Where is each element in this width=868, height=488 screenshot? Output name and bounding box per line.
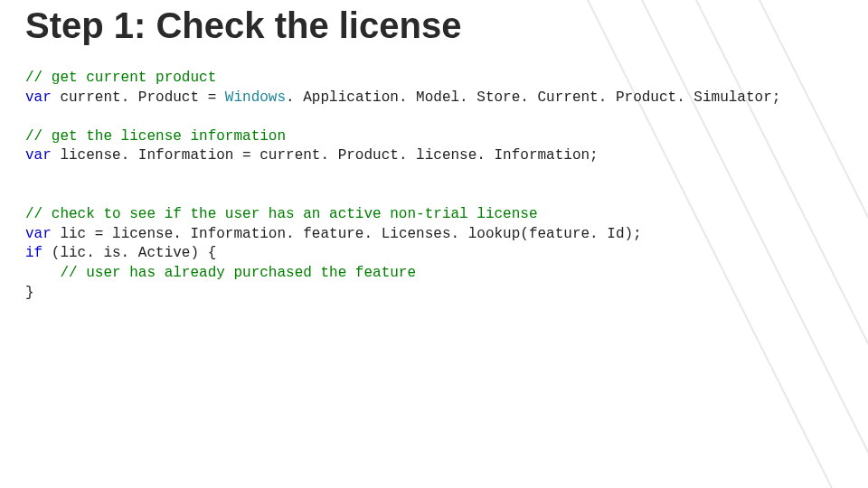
slide-title: Step 1: Check the license (25, 5, 843, 45)
code-type: Windows (225, 89, 286, 106)
code-comment: // user has already purchased the featur… (25, 265, 416, 281)
code-text: } (25, 285, 34, 301)
slide: Step 1: Check the license // get current… (0, 0, 868, 488)
code-keyword: var (25, 226, 52, 242)
code-comment: // get current product (25, 70, 216, 86)
code-comment: // get the license information (25, 128, 286, 145)
code-keyword: if (25, 245, 42, 261)
code-text: . Application. Model. Store. Current. Pr… (286, 89, 780, 106)
code-keyword: var (25, 147, 52, 164)
code-text: license. Information = current. Product.… (52, 147, 599, 164)
code-comment: // check to see if the user has an activ… (25, 206, 538, 222)
code-text: lic = license. Information. feature. Lic… (52, 226, 642, 242)
code-text: (lic. is. Active) { (42, 245, 216, 261)
code-text: current. Product = (52, 89, 225, 106)
code-keyword: var (25, 89, 52, 106)
code-block: // get current product var current. Prod… (25, 69, 843, 303)
